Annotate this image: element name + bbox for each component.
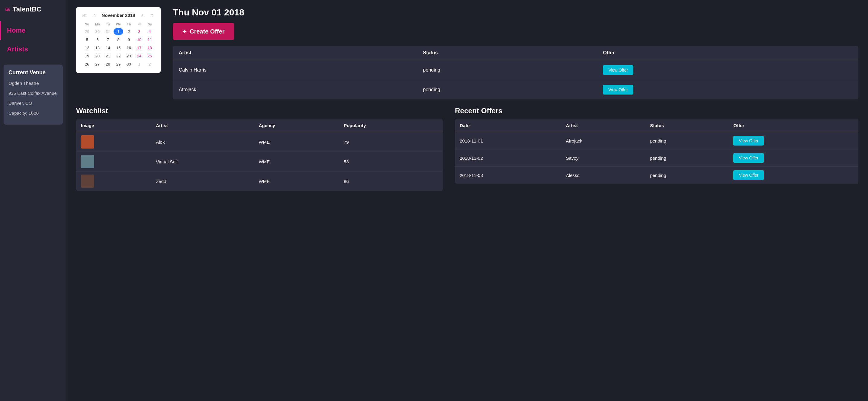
wl-col-popularity: Popularity <box>339 119 443 132</box>
cal-day-cell[interactable]: 5 <box>82 36 92 43</box>
view-offer-button[interactable]: View Offer <box>733 153 764 163</box>
cal-day-cell[interactable]: 12 <box>82 44 92 52</box>
bottom-section: Watchlist Image Artist Agency Popularity… <box>76 106 858 191</box>
calendar-next-next-btn[interactable]: » <box>150 12 155 18</box>
offers-col-artist: Artist <box>173 46 417 60</box>
offer-status: pending <box>417 80 597 100</box>
venue-capacity: Capacity: 1600 <box>8 110 58 116</box>
cal-day-cell[interactable]: 4 <box>145 28 155 35</box>
wl-artist: Virtual Self <box>151 152 254 172</box>
cal-day-cell[interactable]: 10 <box>134 36 144 43</box>
cal-day-cell[interactable]: 29 <box>114 60 124 68</box>
cal-day-cell[interactable]: 6 <box>93 36 103 43</box>
calendar-grid: Su Mo Tu We Th Fr Sa 29 30 31 1 2 3 4 5 … <box>82 21 155 68</box>
ro-date: 2018-11-01 <box>455 132 561 150</box>
cal-day-cell[interactable]: 2 <box>124 28 134 35</box>
ro-artist: Alesso <box>561 167 645 184</box>
wl-agency: WME <box>254 152 339 172</box>
venue-city: Denver, CO <box>8 100 58 106</box>
wl-popularity: 86 <box>339 172 443 191</box>
wl-image-cell <box>76 132 151 152</box>
cal-day-cell[interactable]: 21 <box>103 52 113 60</box>
ro-col-date: Date <box>455 119 561 132</box>
cal-day-cell[interactable]: 28 <box>103 60 113 68</box>
main-content: « ‹ November 2018 › » Su Mo Tu We Th Fr … <box>66 0 868 401</box>
watchlist-title: Watchlist <box>76 106 443 115</box>
current-venue-box: Current Venue Ogden Theatre 935 East Col… <box>4 65 63 125</box>
cal-day-cell[interactable]: 19 <box>82 52 92 60</box>
wl-artist: Alok <box>151 132 254 152</box>
cal-day-fr: Fr <box>134 21 144 27</box>
list-item: Virtual Self WME 53 <box>76 152 443 172</box>
table-row: 2018-11-03 Alesso pending View Offer <box>455 167 858 184</box>
wl-agency: WME <box>254 172 339 191</box>
venue-name: Ogden Theatre <box>8 80 58 86</box>
wl-col-artist: Artist <box>151 119 254 132</box>
offers-col-status: Status <box>417 46 597 60</box>
artist-thumbnail <box>81 135 94 149</box>
offer-artist: Afrojack <box>173 80 417 100</box>
date-heading: Thu Nov 01 2018 <box>173 7 858 18</box>
cal-day-cell[interactable]: 1 <box>114 28 124 35</box>
wl-popularity: 79 <box>339 132 443 152</box>
cal-day-cell[interactable]: 27 <box>93 60 103 68</box>
cal-day-cell[interactable]: 26 <box>82 60 92 68</box>
sidebar-nav: Home Artists <box>0 21 66 59</box>
cal-day-cell[interactable]: 29 <box>82 28 92 35</box>
sidebar-item-home[interactable]: Home <box>0 21 66 40</box>
cal-day-cell[interactable]: 1 <box>134 60 144 68</box>
list-item: Zedd WME 86 <box>76 172 443 191</box>
cal-day-cell[interactable]: 2 <box>145 60 155 68</box>
cal-day-cell[interactable]: 7 <box>103 36 113 43</box>
ro-artist: Afrojack <box>561 132 645 150</box>
cal-day-cell[interactable]: 9 <box>124 36 134 43</box>
cal-day-cell[interactable]: 13 <box>93 44 103 52</box>
ro-col-artist: Artist <box>561 119 645 132</box>
logo-area: ≋ TalentBC <box>0 0 66 19</box>
calendar-card: « ‹ November 2018 › » Su Mo Tu We Th Fr … <box>76 7 161 73</box>
view-offer-button[interactable]: View Offer <box>603 85 633 94</box>
calendar-next-btn[interactable]: › <box>141 12 144 18</box>
wl-image-cell <box>76 172 151 191</box>
view-offer-button[interactable]: View Offer <box>733 170 764 180</box>
wl-image-cell <box>76 152 151 172</box>
cal-day-cell[interactable]: 14 <box>103 44 113 52</box>
cal-day-cell[interactable]: 3 <box>134 28 144 35</box>
sidebar-item-artists[interactable]: Artists <box>0 40 66 59</box>
recent-offers-panel: Recent Offers Date Artist Status Offer 2… <box>455 106 858 184</box>
calendar-prev-prev-btn[interactable]: « <box>82 12 87 18</box>
cal-day-cell[interactable]: 25 <box>145 52 155 60</box>
cal-day-cell[interactable]: 16 <box>124 44 134 52</box>
cal-day-cell[interactable]: 17 <box>134 44 144 52</box>
create-offer-button[interactable]: + Create Offer <box>173 23 235 40</box>
cal-day-cell[interactable]: 11 <box>145 36 155 43</box>
offers-table: Artist Status Offer Calvin Harris pendin… <box>173 46 858 99</box>
ro-col-offer: Offer <box>728 119 858 132</box>
cal-day-tu: Tu <box>103 21 113 27</box>
view-offer-button[interactable]: View Offer <box>603 65 633 75</box>
ro-status: pending <box>645 132 728 150</box>
cal-day-cell[interactable]: 18 <box>145 44 155 52</box>
cal-day-cell[interactable]: 30 <box>93 28 103 35</box>
create-offer-label: Create Offer <box>190 28 225 35</box>
calendar-prev-btn[interactable]: ‹ <box>92 12 96 18</box>
cal-day-cell[interactable]: 30 <box>124 60 134 68</box>
cal-day-cell[interactable]: 22 <box>114 52 124 60</box>
cal-day-cell[interactable]: 20 <box>93 52 103 60</box>
ro-artist: Savoy <box>561 150 645 167</box>
ro-status: pending <box>645 150 728 167</box>
wl-popularity: 53 <box>339 152 443 172</box>
cal-day-su: Su <box>82 21 92 27</box>
artist-thumbnail <box>81 175 94 188</box>
logo-text: TalentBC <box>13 5 41 13</box>
right-panel: Thu Nov 01 2018 + Create Offer Artist St… <box>173 7 858 99</box>
cal-day-cell[interactable]: 23 <box>124 52 134 60</box>
cal-day-cell[interactable]: 24 <box>134 52 144 60</box>
wl-col-agency: Agency <box>254 119 339 132</box>
cal-day-cell[interactable]: 31 <box>103 28 113 35</box>
offer-artist: Calvin Harris <box>173 60 417 80</box>
cal-day-cell[interactable]: 8 <box>114 36 124 43</box>
cal-day-mo: Mo <box>93 21 103 27</box>
view-offer-button[interactable]: View Offer <box>733 136 764 146</box>
cal-day-cell[interactable]: 15 <box>114 44 124 52</box>
